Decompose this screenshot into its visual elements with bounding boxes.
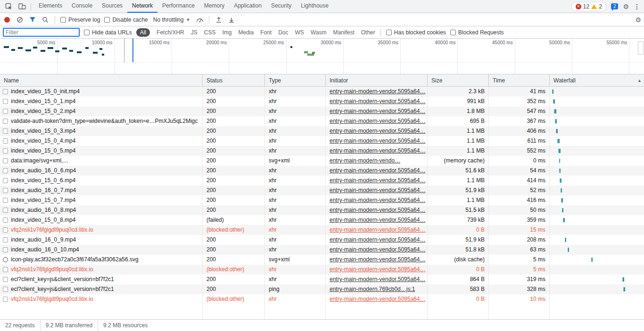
table-row[interactable]: index_video_15_0_8.mp4(failed)xhrentry-m… [0, 215, 644, 225]
table-row[interactable]: icon-play.ac3f32ecb72a0c3f674fa5a3f3062a… [0, 255, 644, 265]
table-row[interactable]: index_audio_16_0_6.mp4200xhrentry-main-m… [0, 166, 644, 176]
table-row[interactable]: index_audio_16_0_8.mp4200xhrentry-main-m… [0, 205, 644, 215]
initiator-link[interactable]: entry-main-modern-vendor.5095a64… [330, 246, 425, 253]
device-toolbar-icon[interactable] [17, 1, 28, 12]
initiator-link[interactable]: entry-main-modern-vendor.5095a64… [330, 147, 425, 154]
table-row[interactable]: vfq2nsli1v76fglgdl9puq0cd.litix.io(block… [0, 265, 644, 274]
tab-elements[interactable]: Elements [34, 0, 67, 13]
initiator-link[interactable]: entry-main-modern-vendor.5095a64… [330, 118, 425, 124]
initiator-link[interactable]: entry-main-modern-vendor.5095a64… [330, 187, 425, 194]
table-row[interactable]: index_audio_16_0_7.mp4200xhrentry-main-m… [0, 186, 644, 195]
column-header-size[interactable]: Size [428, 74, 489, 86]
table-row[interactable]: ecl?client_key=js&client_version=bf7f2c1… [0, 284, 644, 294]
initiator-link[interactable]: entry-main-modern-vendo… [330, 157, 400, 164]
initiator-link[interactable]: entry-main-modern-vendor.5095a64… [330, 207, 425, 213]
tab-sources[interactable]: Sources [97, 0, 127, 13]
filter-chip-wasm[interactable]: Wasm [311, 29, 327, 36]
table-row[interactable]: index_video_15_0_7.mp4200xhrentry-main-m… [0, 195, 644, 205]
table-row[interactable]: vfq2nsli1v76fglgdl9puq0cd.litix.io(block… [0, 294, 644, 304]
column-header-status[interactable]: Status [203, 74, 265, 86]
table-row[interactable]: data:image/svg+xml,…200svg+xmlentry-main… [0, 156, 644, 166]
initiator-link[interactable]: entry-main-modern-vendor.5095a64… [330, 296, 425, 302]
initiator-link[interactable]: entry-main-modern-vendor.5095a64… [330, 128, 425, 134]
toolbar-separator [209, 16, 209, 24]
filter-chip-other[interactable]: Other [361, 29, 375, 36]
inspect-element-icon[interactable] [3, 1, 15, 12]
table-row[interactable]: index_video_15_0_init.mp4200xhrentry-mai… [0, 87, 644, 97]
initiator-link[interactable]: entry-main-modern-vendor.5095a64… [330, 88, 425, 95]
filter-toggle-button[interactable] [28, 16, 37, 24]
tab-console[interactable]: Console [67, 0, 97, 13]
filter-chip-font[interactable]: Font [260, 29, 272, 36]
initiator-link[interactable]: entry-main-modern-vendor.5095a64… [330, 177, 425, 184]
more-options-icon[interactable]: ⋮ [634, 3, 640, 10]
initiator-link[interactable]: entry-main-modern-vendor.5095a64… [330, 108, 425, 114]
overview-selection-edge[interactable] [132, 39, 133, 62]
initiator-link[interactable]: entry-main-modern-vendor.5095a64… [330, 236, 425, 243]
table-row[interactable]: index_video_15_0_4.mp4200xhrentry-main-m… [0, 136, 644, 146]
filter-chip-img[interactable]: Img [222, 29, 231, 36]
initiator-link[interactable]: entry-main-modern-vendor.5095a64… [330, 256, 425, 263]
issues-badge[interactable]: 2 [611, 3, 619, 9]
table-row[interactable]: validate-auth-token?drm_type=widevine&au… [0, 116, 644, 126]
export-har-button[interactable] [227, 16, 236, 24]
filter-chip-manifest[interactable]: Manifest [333, 29, 354, 36]
initiator-link[interactable]: entry-main-modern-vendor.5095a64… [330, 266, 425, 273]
table-row[interactable]: index_video_15_0_5.mp4200xhrentry-main-m… [0, 146, 644, 156]
initiator-link[interactable]: entry-main-modern-vendor.5095a64… [330, 217, 425, 223]
network-conditions-button[interactable] [195, 16, 204, 24]
tab-performance[interactable]: Performance [157, 0, 199, 13]
tab-memory[interactable]: Memory [199, 0, 229, 13]
table-row[interactable]: index_video_15_0_6.mp4200xhrentry-main-m… [0, 176, 644, 186]
initiator-link[interactable]: entry-main-modern-vendor.5095a64… [330, 276, 425, 283]
disable-cache-checkbox[interactable]: Disable cache [104, 16, 148, 23]
has-blocked-cookies-checkbox[interactable]: Has blocked cookies [386, 29, 446, 36]
throttling-select[interactable]: No throttling ▼ [152, 16, 191, 23]
sort-ascending-icon[interactable]: ▲ [637, 78, 642, 83]
filter-chip-fetch-xhr[interactable]: Fetch/XHR [157, 29, 184, 36]
column-header-initiator[interactable]: Initiator [326, 74, 428, 86]
table-row[interactable]: vfq2nsli1v76fglgdl9puq0cd.litix.io(block… [0, 225, 644, 235]
settings-gear-icon[interactable]: ⚙ [623, 3, 629, 10]
initiator-link[interactable]: entry-main-modern-vendor.5095a64… [330, 137, 425, 144]
hide-data-urls-checkbox[interactable]: Hide data URLs [84, 29, 132, 36]
network-settings-gear-icon[interactable]: ⚙ [635, 16, 641, 23]
column-header-waterfall[interactable]: Waterfall▲ [550, 74, 644, 86]
filter-chip-ws[interactable]: WS [295, 29, 304, 36]
preserve-log-checkbox[interactable]: Preserve log [60, 16, 100, 23]
filter-chip-js[interactable]: JS [191, 29, 198, 36]
initiator-link[interactable]: entry-main-modern-vendor.5095a64… [330, 167, 425, 174]
table-row[interactable]: index_audio_16_0_9.mp4200xhrentry-main-m… [0, 235, 644, 245]
filter-chip-media[interactable]: Media [238, 29, 254, 36]
initiator-link[interactable]: entry-main-modern-vendor.5095a64… [330, 226, 425, 233]
column-header-type[interactable]: Type [265, 74, 326, 86]
table-row[interactable]: index_video_15_0_1.mp4200xhrentry-main-m… [0, 97, 644, 106]
request-status-cell: 200 [203, 166, 265, 176]
search-button[interactable] [41, 16, 50, 24]
initiator-link[interactable]: entry-main-modern-vendor.5095a64… [330, 197, 425, 203]
blocked-requests-checkbox[interactable]: Blocked Requests [450, 29, 504, 36]
table-row[interactable]: ecl?client_key=js&client_version=bf7f2c1… [0, 274, 644, 284]
filter-chip-css[interactable]: CSS [204, 29, 216, 36]
filter-chip-all[interactable]: All [136, 28, 150, 37]
table-row[interactable]: index_video_15_0_2.mp4200xhrentry-main-m… [0, 106, 644, 116]
import-har-button[interactable] [215, 16, 223, 24]
column-header-name[interactable]: Name [0, 74, 203, 86]
initiator-link[interactable]: entry-main-modern.769cb0d…js:1 [330, 286, 415, 292]
record-network-log-button[interactable] [3, 16, 11, 24]
tab-security[interactable]: Security [266, 0, 296, 13]
tab-application[interactable]: Application [229, 0, 266, 13]
table-row[interactable]: index_audio_16_0_10.mp4200xhrentry-main-… [0, 245, 644, 255]
overview-window-handle[interactable] [124, 39, 124, 62]
initiator-link[interactable]: entry-main-modern-vendor.5095a64… [330, 98, 425, 105]
overview-scrollbar[interactable] [638, 41, 644, 55]
filter-chip-doc[interactable]: Doc [278, 29, 288, 36]
filter-input[interactable] [3, 28, 80, 37]
tab-network[interactable]: Network [127, 0, 157, 13]
console-counts-badge[interactable]: ✕ 12 2 [571, 2, 606, 11]
clear-network-log-button[interactable] [16, 16, 24, 24]
tab-lighthouse[interactable]: Lighthouse [296, 0, 333, 13]
table-row[interactable]: index_video_15_0_3.mp4200xhrentry-main-m… [0, 126, 644, 136]
network-overview-timeline[interactable]: 5000 ms10000 ms15000 ms20000 ms25000 ms3… [0, 39, 644, 74]
column-header-time[interactable]: Time [489, 74, 550, 86]
